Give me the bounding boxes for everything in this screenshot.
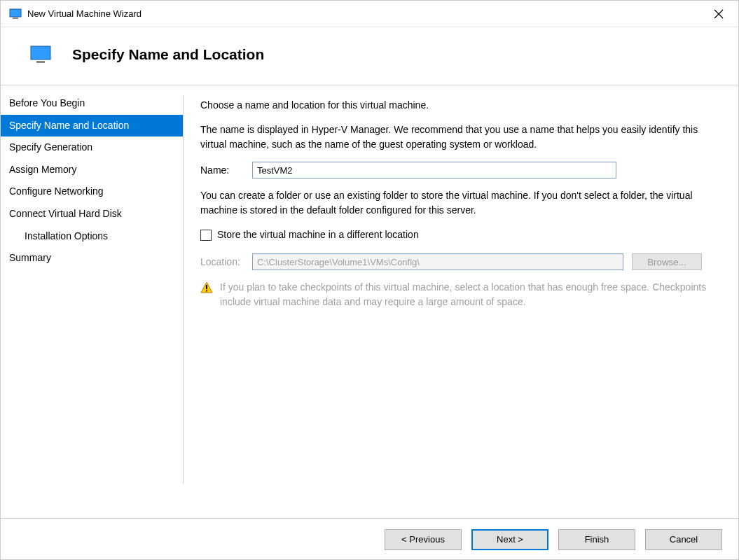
cancel-button[interactable]: Cancel [645, 529, 722, 550]
svg-rect-0 [10, 9, 21, 17]
step-before-you-begin[interactable]: Before You Begin [1, 92, 183, 115]
store-location-label: Store the virtual machine in a different… [217, 227, 419, 242]
browse-button: Browse... [632, 253, 702, 270]
titlebar: New Virtual Machine Wizard [1, 1, 738, 27]
warning-icon [200, 281, 213, 294]
next-button[interactable]: Next > [471, 529, 548, 550]
name-label: Name: [200, 163, 244, 178]
step-summary[interactable]: Summary [1, 247, 183, 270]
vm-app-icon [9, 8, 22, 20]
step-installation-options[interactable]: Installation Options [1, 225, 183, 248]
svg-rect-7 [206, 285, 207, 289]
page-title: Specify Name and Location [72, 46, 264, 63]
finish-button[interactable]: Finish [558, 529, 635, 550]
svg-rect-4 [31, 46, 50, 59]
wizard-steps: Before You BeginSpecify Name and Locatio… [1, 85, 183, 498]
store-location-checkbox[interactable] [200, 230, 212, 241]
svg-rect-8 [206, 290, 207, 292]
previous-button[interactable]: < Previous [385, 529, 462, 550]
location-label: Location: [200, 255, 244, 270]
wizard-header: Specify Name and Location [1, 27, 738, 85]
svg-rect-1 [13, 18, 18, 19]
main-panel: Choose a name and location for this virt… [184, 85, 738, 498]
step-assign-memory[interactable]: Assign Memory [1, 159, 183, 181]
vm-header-icon [30, 46, 51, 64]
wizard-footer: < Previous Next > Finish Cancel [0, 518, 739, 560]
name-input[interactable] [252, 162, 616, 178]
step-connect-virtual-hard-disk[interactable]: Connect Virtual Hard Disk [1, 203, 183, 225]
location-input [252, 253, 623, 270]
intro-text: Choose a name and location for this virt… [200, 98, 721, 113]
step-specify-generation[interactable]: Specify Generation [1, 136, 183, 159]
warning-text: If you plan to take checkpoints of this … [220, 280, 721, 309]
window-title: New Virtual Machine Wizard [27, 8, 141, 19]
step-configure-networking[interactable]: Configure Networking [1, 181, 183, 203]
svg-rect-5 [36, 61, 45, 63]
folder-description: You can create a folder or use an existi… [200, 188, 721, 218]
close-button[interactable] [705, 5, 733, 23]
step-specify-name-and-location[interactable]: Specify Name and Location [1, 115, 183, 137]
name-description: The name is displayed in Hyper-V Manager… [200, 122, 721, 152]
